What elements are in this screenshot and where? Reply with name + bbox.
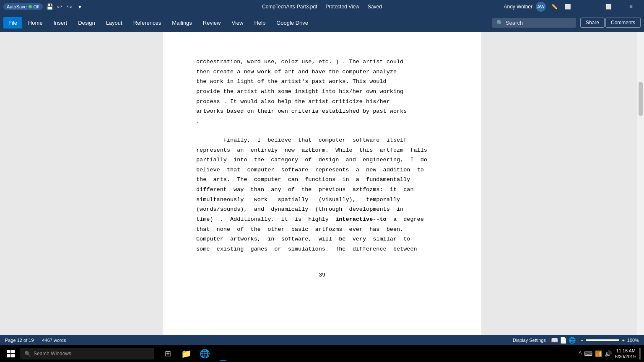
taskbar-chrome[interactable]: 🌐 xyxy=(196,345,213,362)
svg-rect-1 xyxy=(11,350,15,353)
menu-home[interactable]: Home xyxy=(23,17,48,28)
document-page[interactable]: orchestration, word use, coloz use, etc.… xyxy=(163,32,481,335)
taskbar-right: ^ ⌨ 📶 🔊 11:16 AM 6/30/2019 xyxy=(579,348,641,360)
taskbar-volume-icon[interactable]: 🔊 xyxy=(605,350,612,357)
menu-design[interactable]: Design xyxy=(73,17,100,28)
page-info: Page 12 of 19 xyxy=(5,338,34,343)
document-title: CompTechArts-Part3.pdf – Protected View … xyxy=(262,4,382,10)
zoom-out-button[interactable]: − xyxy=(581,338,583,343)
autosave-label: AutoSave xyxy=(7,4,27,9)
taskbar-keyboard-icon: ⌨ xyxy=(584,350,592,357)
read-mode-button[interactable]: 📖 xyxy=(551,337,558,344)
document-text-block1: orchestration, word use, coloz use, etc.… xyxy=(196,57,448,126)
menu-insert[interactable]: Insert xyxy=(49,17,73,28)
user-name: Andy Wolber xyxy=(504,4,532,10)
maximize-button[interactable]: ⬜ xyxy=(599,0,618,13)
taskbar: 🔍 Search Windows ⊞ 📁 🌐 W ^ ⌨ 📶 🔊 11:16 A… xyxy=(0,345,644,362)
taskbar-system-icons: ^ ⌨ 📶 🔊 xyxy=(579,350,612,357)
title-bar-left: AutoSave Off 💾 ↩ ↪ ▾ xyxy=(3,3,83,10)
search-icon: 🔍 xyxy=(496,20,503,26)
taskbar-clock[interactable]: 11:16 AM 6/30/2019 xyxy=(615,348,636,360)
share-button[interactable]: Share xyxy=(580,18,605,28)
svg-rect-3 xyxy=(11,354,15,357)
minimize-button[interactable]: — xyxy=(576,0,595,13)
web-layout-button[interactable]: 🌐 xyxy=(569,337,576,344)
menu-bar: File Home Insert Design Layout Reference… xyxy=(0,13,644,32)
display-settings-button[interactable]: Display Settings xyxy=(513,338,546,343)
word-count: 4467 words xyxy=(42,338,66,343)
status-bar-right: Display Settings 📖 📄 🌐 − + 100% xyxy=(513,337,639,344)
taskbar-date-display: 6/30/2019 xyxy=(615,354,636,359)
menu-mailings[interactable]: Mailings xyxy=(167,17,197,28)
page-number: 39 xyxy=(196,271,448,280)
scrollbar-thumb[interactable] xyxy=(639,82,643,116)
zoom-in-button[interactable]: + xyxy=(622,338,624,343)
taskbar-apps: ⊞ 📁 🌐 W xyxy=(159,345,231,362)
view-controls: 📖 📄 🌐 xyxy=(551,337,576,344)
menu-references[interactable]: References xyxy=(128,17,166,28)
menu-help[interactable]: Help xyxy=(249,17,270,28)
taskbar-task-view[interactable]: ⊞ xyxy=(159,345,176,362)
autosave-badge[interactable]: AutoSave Off xyxy=(3,3,43,10)
menu-view[interactable]: View xyxy=(226,17,248,28)
taskbar-search[interactable]: 🔍 Search Windows xyxy=(20,348,154,359)
start-button[interactable] xyxy=(3,346,18,361)
zoom-level: 100% xyxy=(627,338,639,343)
save-button[interactable]: 💾 xyxy=(46,3,53,10)
taskbar-explorer[interactable]: 📁 xyxy=(178,345,195,362)
taskbar-chevron-icon[interactable]: ^ xyxy=(579,350,582,357)
autosave-state: Off xyxy=(34,4,39,9)
search-box[interactable]: 🔍 Search xyxy=(492,18,576,28)
taskbar-search-placeholder: Search Windows xyxy=(34,351,71,357)
ribbon-toggle-button[interactable]: ⬜ xyxy=(563,2,573,12)
menu-layout[interactable]: Layout xyxy=(101,17,127,28)
title-bar: AutoSave Off 💾 ↩ ↪ ▾ CompTechArts-Part3.… xyxy=(0,0,644,13)
menu-google-drive[interactable]: Google Drive xyxy=(271,17,313,28)
autosave-indicator xyxy=(29,5,32,8)
title-bar-right: Andy Wolber AW ✏️ ⬜ — ⬜ ✕ xyxy=(504,0,641,13)
svg-rect-2 xyxy=(7,354,10,357)
comments-button[interactable]: Comments xyxy=(605,18,641,28)
status-bar: Page 12 of 19 4467 words Display Setting… xyxy=(0,335,644,345)
document-text-block2: Finally, I believe that computer softwar… xyxy=(196,135,448,254)
taskbar-network-icon[interactable]: 📶 xyxy=(595,350,602,357)
zoom-slider[interactable] xyxy=(586,339,619,341)
menu-file[interactable]: File xyxy=(3,17,22,28)
taskbar-search-icon: 🔍 xyxy=(24,351,31,357)
menu-review[interactable]: Review xyxy=(198,17,226,28)
close-button[interactable]: ✕ xyxy=(621,0,641,13)
taskbar-time-display: 11:16 AM xyxy=(615,348,636,354)
customize-toolbar-button[interactable]: ▾ xyxy=(76,3,83,10)
redo-button[interactable]: ↪ xyxy=(66,3,73,10)
zoom-control: − + 100% xyxy=(581,338,639,343)
svg-rect-0 xyxy=(7,350,10,353)
search-placeholder: Search xyxy=(506,20,523,26)
scrollbar[interactable] xyxy=(637,32,644,335)
content-area: orchestration, word use, coloz use, etc.… xyxy=(0,32,644,335)
undo-button[interactable]: ↩ xyxy=(56,3,63,10)
taskbar-show-desktop[interactable] xyxy=(639,348,641,359)
taskbar-word[interactable]: W xyxy=(215,345,231,362)
zoom-fill xyxy=(586,339,619,341)
print-layout-button[interactable]: 📄 xyxy=(560,337,567,344)
avatar: AW xyxy=(536,2,546,12)
pen-icon[interactable]: ✏️ xyxy=(549,2,559,12)
